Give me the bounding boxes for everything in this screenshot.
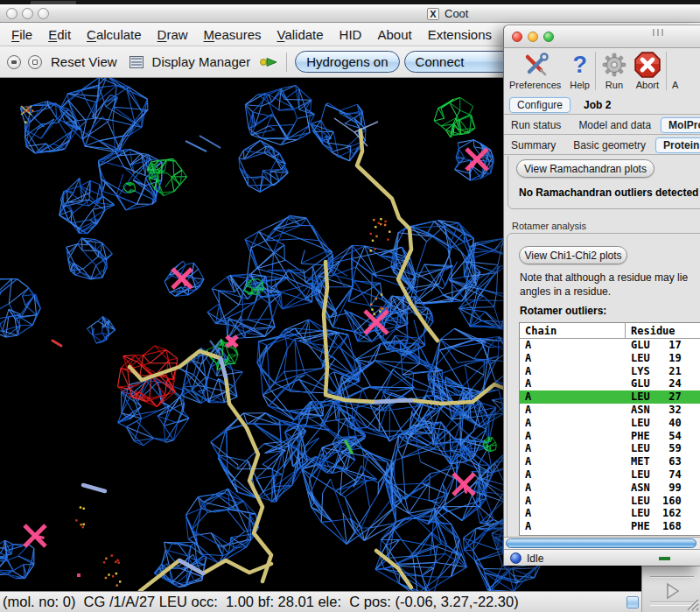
tab-row-molprobity-sections: Summary Basic geometry Protein Clashes bbox=[504, 136, 700, 155]
hydrogens-toggle-button[interactable]: Hydrogens on bbox=[295, 51, 399, 73]
menu-file[interactable]: File bbox=[4, 25, 40, 45]
cell-residue: LYS 21 bbox=[626, 365, 700, 378]
window-minimize-button[interactable] bbox=[22, 8, 33, 19]
menu-draw[interactable]: Draw bbox=[150, 25, 196, 45]
table-body: AGLU 17ALEU 19ALYS 21AGLU 24ALEU 27AASN … bbox=[520, 339, 700, 533]
atom-status-bar: (mol. no: 0) CG /1/A/27 LEU occ: 1.00 bf… bbox=[0, 591, 641, 612]
tab-model-and-data[interactable]: Model and data bbox=[571, 117, 658, 133]
cell-chain: A bbox=[520, 468, 626, 482]
cell-residue: LEU 40 bbox=[626, 417, 700, 430]
cell-residue: MET 63 bbox=[626, 455, 700, 468]
table-row[interactable]: ALEU 19 bbox=[520, 352, 700, 365]
menu-extensions[interactable]: Extensions bbox=[420, 25, 500, 45]
tab-protein[interactable]: Protein bbox=[655, 137, 700, 153]
view-ramachandran-plots-button[interactable]: View Ramachandran plots bbox=[516, 159, 654, 178]
window-zoom-button[interactable] bbox=[38, 8, 49, 19]
table-row[interactable]: ALEU 74 bbox=[520, 468, 700, 482]
tab-basic-geometry[interactable]: Basic geometry bbox=[566, 137, 653, 153]
protein-tab-content: View Ramachandran plots No Ramachandran … bbox=[504, 156, 700, 537]
display-manager-button[interactable]: Display Manager bbox=[152, 54, 251, 69]
cell-chain: A bbox=[520, 339, 626, 352]
table-row[interactable]: ALEU 27 bbox=[520, 390, 700, 404]
redo-icon[interactable] bbox=[28, 55, 42, 69]
table-header: Chain Residue bbox=[520, 323, 700, 339]
table-row[interactable]: AASN 32 bbox=[520, 404, 700, 417]
menu-validate[interactable]: Validate bbox=[269, 25, 331, 45]
tab-run-status[interactable]: Run status bbox=[504, 117, 568, 133]
table-row[interactable]: ALEU 59 bbox=[520, 442, 700, 455]
preferences-button[interactable]: Preferences bbox=[509, 51, 561, 90]
status-led-icon bbox=[510, 552, 522, 564]
table-row[interactable]: ALYS 21 bbox=[520, 365, 700, 378]
dialog-drag-grip[interactable] bbox=[653, 29, 665, 36]
window-titlebar[interactable]: X Coot bbox=[0, 4, 700, 23]
play-button-icon[interactable] bbox=[663, 582, 681, 600]
dialog-titlebar[interactable] bbox=[504, 25, 700, 48]
resize-grip[interactable] bbox=[685, 597, 699, 611]
cell-residue: LEU 162 bbox=[626, 507, 700, 520]
table-row[interactable]: ALEU 40 bbox=[520, 417, 700, 430]
tab-summary[interactable]: Summary bbox=[504, 137, 563, 153]
table-row[interactable]: AMET 63 bbox=[520, 455, 700, 468]
tab-job-2[interactable]: Job 2 bbox=[576, 97, 619, 113]
display-manager-icon[interactable] bbox=[130, 56, 144, 68]
cell-residue: GLU 24 bbox=[626, 377, 700, 390]
status-blue-chip[interactable] bbox=[626, 596, 639, 608]
corner-control-panel bbox=[641, 566, 700, 612]
help-question-icon: ? bbox=[572, 51, 587, 79]
partial-toolbar-item[interactable]: A bbox=[672, 51, 678, 90]
horizontal-scrollbar[interactable] bbox=[504, 537, 700, 549]
molprobity-dialog: Preferences ? Help bbox=[503, 25, 700, 566]
dialog-minimize-button[interactable] bbox=[528, 32, 538, 42]
table-row[interactable]: APHE 168 bbox=[520, 520, 700, 533]
rotamer-analysis-label: Rotamer analysis bbox=[512, 221, 586, 231]
dialog-close-button[interactable] bbox=[512, 32, 522, 42]
table-row[interactable]: ALEU 160 bbox=[520, 495, 700, 508]
cell-chain: A bbox=[520, 365, 626, 378]
window-title: Coot bbox=[444, 7, 468, 20]
menu-hid[interactable]: HID bbox=[332, 25, 370, 45]
menu-about[interactable]: About bbox=[369, 25, 419, 45]
cell-residue: LEU 27 bbox=[626, 390, 700, 404]
dialog-zoom-button[interactable] bbox=[543, 32, 554, 42]
undo-icon[interactable] bbox=[7, 55, 21, 69]
dialog-toolbar-separator bbox=[595, 52, 596, 90]
table-row[interactable]: APHE 54 bbox=[520, 430, 700, 443]
table-row[interactable]: AGLU 24 bbox=[520, 377, 700, 390]
table-row[interactable]: AASN 99 bbox=[520, 482, 700, 495]
column-header-chain[interactable]: Chain bbox=[520, 323, 626, 338]
preferences-tools-icon bbox=[522, 51, 549, 79]
run-button[interactable]: Run bbox=[601, 51, 627, 90]
menu-calculate[interactable]: Calculate bbox=[79, 25, 150, 45]
abort-button[interactable]: Abort bbox=[634, 51, 661, 90]
help-button[interactable]: ? Help bbox=[570, 51, 590, 90]
view-chi1-chi2-plots-button[interactable]: View Chi1-Chi2 plots bbox=[519, 246, 627, 264]
cell-residue: PHE 54 bbox=[626, 430, 700, 443]
ramachandran-result-text: No Ramachandran outliers detected bbox=[519, 186, 698, 199]
cell-chain: A bbox=[520, 495, 626, 508]
cell-chain: A bbox=[520, 520, 626, 533]
menu-measures[interactable]: Measures bbox=[196, 25, 270, 45]
tab-molprobity[interactable]: MolProbity bbox=[661, 117, 700, 133]
dialog-toolbar: Preferences ? Help bbox=[504, 48, 700, 95]
cell-chain: A bbox=[520, 404, 626, 417]
cell-residue: ASN 32 bbox=[626, 404, 700, 417]
menu-edit[interactable]: Edit bbox=[40, 25, 79, 45]
dialog-toolbar-separator bbox=[666, 52, 667, 90]
window-close-button[interactable] bbox=[6, 8, 18, 19]
toolbar-separator bbox=[286, 53, 287, 72]
go-arrow-icon[interactable] bbox=[259, 55, 280, 69]
cell-residue: LEU 59 bbox=[626, 442, 700, 455]
tab-configure[interactable]: Configure bbox=[509, 97, 570, 113]
column-header-residue[interactable]: Residue bbox=[626, 323, 700, 338]
table-row[interactable]: ALEU 162 bbox=[520, 507, 700, 520]
reset-view-button[interactable]: Reset View bbox=[51, 54, 117, 69]
table-row[interactable]: AGLU 17 bbox=[520, 339, 700, 352]
atom-status-text: (mol. no: 0) CG /1/A/27 LEU occ: 1.00 bf… bbox=[3, 594, 519, 610]
cell-chain: A bbox=[520, 390, 626, 404]
rotamer-outliers-table[interactable]: Chain Residue AGLU 17ALEU 19ALYS 21AGLU … bbox=[519, 322, 700, 536]
slider-track[interactable] bbox=[650, 576, 694, 578]
cell-chain: A bbox=[520, 455, 626, 468]
scrollbar-thumb[interactable] bbox=[506, 538, 696, 548]
cell-residue: LEU 19 bbox=[626, 352, 700, 365]
